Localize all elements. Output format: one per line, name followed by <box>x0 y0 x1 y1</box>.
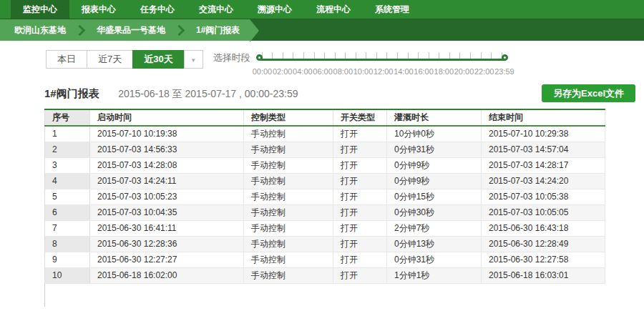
slider-tick-label: 02:00 <box>273 67 293 76</box>
slider-tick <box>386 52 387 59</box>
table-cell-switch-type: 打开 <box>333 126 387 142</box>
table-cell-start-time: 2015-06-18 16:02:00 <box>90 267 244 283</box>
table-cell-end-time: 2015-07-03 10:05:05 <box>482 204 605 220</box>
nav-item-monitor-center[interactable]: 监控中心 <box>11 0 69 19</box>
date-filter-row: 本日 近7天 近30天 ▼ 选择时段 00:0002:0004:0006:000… <box>46 50 644 80</box>
table-row: 92015-06-30 12:27:27手动控制打开0分钟31秒2015-06-… <box>45 252 605 267</box>
slider-tick-label: 16:00 <box>414 67 434 76</box>
nav-item-system-manage[interactable]: 系统管理 <box>363 0 421 19</box>
table-cell-end-time: 2015-06-18 16:03:01 <box>482 267 605 283</box>
slider-tick <box>408 52 409 59</box>
table-cell-switch-type: 打开 <box>333 220 387 236</box>
slider-tick-label: 22:00 <box>474 67 494 76</box>
nav-item-process-center[interactable]: 流程中心 <box>304 0 363 19</box>
slider-tick <box>439 52 439 59</box>
slider-tick <box>376 52 377 59</box>
table-cell-control-type: 手动控制 <box>244 220 333 236</box>
report-date-range: 2015-06-18 至 2015-07-17 , 00:00-23:59 <box>118 88 298 99</box>
table-row: 32015-07-03 14:28:08手动控制打开0分钟9秒2015-07-0… <box>45 157 605 173</box>
column-header-start-time: 启动时间 <box>90 109 244 126</box>
table-cell-end-time: 2015-06-30 12:27:58 <box>482 252 605 267</box>
slider-tick <box>481 52 482 59</box>
slider-tick <box>356 52 356 59</box>
export-excel-button[interactable]: 另存为Excel文件 <box>542 84 635 102</box>
slider-tick <box>335 52 336 59</box>
nav-item-trace-center[interactable]: 溯源中心 <box>245 0 304 19</box>
table-cell-irrigation-duration: 2分钟7秒 <box>387 220 482 236</box>
column-header-control-type: 控制类型 <box>244 109 333 126</box>
table-cell-irrigation-duration: 0分钟15秒 <box>387 189 482 204</box>
table-cell-irrigation-duration: 0分钟30秒 <box>387 204 482 220</box>
table-row: 12015-07-10 10:19:38手动控制打开10分钟0秒2015-07-… <box>45 126 605 142</box>
slider-tick <box>314 52 315 59</box>
table-body: 12015-07-10 10:19:38手动控制打开10分钟0秒2015-07-… <box>45 126 605 283</box>
slider-track <box>260 59 504 61</box>
table-cell-end-time: 2015-06-30 12:28:49 <box>482 236 605 252</box>
table-cell-irrigation-duration: 1分钟1秒 <box>387 267 482 283</box>
breadcrumb-arrow-icon <box>250 19 259 42</box>
slider-tick <box>449 52 450 59</box>
table-cell-control-type: 手动控制 <box>244 267 333 283</box>
table-cell-control-type: 手动控制 <box>244 236 333 252</box>
table-cell-seq: 1 <box>45 126 90 142</box>
breadcrumb-item-valve-report[interactable]: 1#阀门报表 <box>186 19 250 41</box>
column-header-seq: 序号 <box>45 109 90 126</box>
chevron-right-icon <box>74 24 86 36</box>
slider-tick <box>418 52 419 59</box>
slider-tick-label: 12:00 <box>374 67 394 76</box>
table-cell-seq: 5 <box>45 189 90 204</box>
range-today-button[interactable]: 本日 <box>46 50 87 69</box>
table-row: 82015-06-30 12:28:36手动控制打开0分钟13秒2015-06-… <box>45 236 605 252</box>
slider-tick-label: 14:00 <box>394 67 414 76</box>
slider-tick <box>293 52 293 59</box>
table-cell-irrigation-duration: 0分钟31秒 <box>387 142 482 157</box>
period-label: 选择时段 <box>213 50 250 64</box>
table-head: 序号启动时间控制类型开关类型灌溉时长结束时间 <box>45 109 605 126</box>
nav-item-report-center[interactable]: 报表中心 <box>69 0 128 19</box>
table-cell-end-time: 2015-07-03 10:05:38 <box>482 189 605 204</box>
table-cell-control-type: 手动控制 <box>244 204 333 220</box>
table-cell-control-type: 手动控制 <box>244 252 333 267</box>
table-cell-irrigation-duration: 0分钟9秒 <box>387 157 482 173</box>
table-cell-switch-type: 打开 <box>333 189 387 204</box>
table-cell-seq: 6 <box>45 204 90 220</box>
chevron-right-icon <box>174 24 185 36</box>
table-row: 62015-07-03 10:04:35手动控制打开0分钟30秒2015-07-… <box>45 204 605 220</box>
valve-report-table: 序号启动时间控制类型开关类型灌溉时长结束时间 12015-07-10 10:19… <box>44 109 605 284</box>
table-cell-control-type: 手动控制 <box>244 189 333 204</box>
slider-handle-end[interactable] <box>502 54 508 61</box>
table-cell-seq: 8 <box>45 236 90 252</box>
table-cell-start-time: 2015-06-30 12:27:27 <box>90 252 244 267</box>
table-cell-end-time: 2015-07-03 14:57:04 <box>482 142 605 157</box>
slider-tick-label: 10:00 <box>353 67 374 76</box>
table-cell-irrigation-duration: 0分钟13秒 <box>387 236 482 252</box>
slider-tick-label: 08:00 <box>333 67 353 76</box>
slider-tick-labels: 00:0002:0004:0006:0008:0010:0012:0014:00… <box>253 67 514 76</box>
slider-tick-label: 04:00 <box>293 67 313 76</box>
table-cell-switch-type: 打开 <box>333 204 387 220</box>
table-row: 52015-07-03 10:05:23手动控制打开0分钟15秒2015-07-… <box>45 189 605 204</box>
range-last30-button[interactable]: 近30天 <box>132 50 184 69</box>
table-cell-switch-type: 打开 <box>333 252 387 267</box>
table-cell-start-time: 2015-07-10 10:19:38 <box>90 126 244 142</box>
table-cell-start-time: 2015-07-03 14:28:08 <box>90 157 244 173</box>
table-cell-seq: 2 <box>45 142 90 157</box>
slider-tick <box>272 52 273 59</box>
breadcrumb-item-base-no1[interactable]: 华盛果品一号基地 <box>87 19 175 41</box>
table-cell-start-time: 2015-07-03 14:24:11 <box>90 173 244 189</box>
slider-tick <box>324 52 325 59</box>
table-cell-switch-type: 打开 <box>333 267 387 283</box>
range-last7-button[interactable]: 近7天 <box>87 50 133 69</box>
breadcrumb-item-base-root[interactable]: 欧润山东基地 <box>4 19 76 41</box>
table-cell-seq: 3 <box>45 157 90 173</box>
slider-tick-label: 23:59 <box>494 67 514 76</box>
nav-item-task-center[interactable]: 任务中心 <box>128 0 187 19</box>
slider-handle-start[interactable] <box>256 54 263 61</box>
table-cell-end-time: 2015-07-10 10:29:38 <box>482 126 605 142</box>
report-title-row: 1#阀门报表 2015-06-18 至 2015-07-17 , 00:00-2… <box>44 84 635 104</box>
page-title: 1#阀门报表 <box>44 84 99 103</box>
table-cell-start-time: 2015-06-30 12:28:36 <box>90 236 244 252</box>
nav-item-exchange-center[interactable]: 交流中心 <box>187 0 245 19</box>
table-cell-irrigation-duration: 10分钟0秒 <box>387 126 482 142</box>
date-range-dropdown-button[interactable]: ▼ <box>184 50 203 69</box>
